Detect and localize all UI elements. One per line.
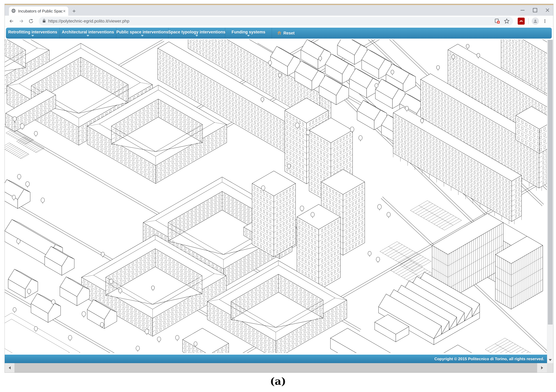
tab-title: Incubators of Public Spaces	[18, 9, 62, 14]
nav-architectural-interventions[interactable]: Architectural interventions	[60, 28, 116, 38]
city-viewer-canvas[interactable]	[5, 39, 548, 353]
new-tab-button[interactable]	[70, 7, 78, 15]
maximize-icon[interactable]	[532, 7, 538, 13]
scroll-down-icon[interactable]	[547, 357, 553, 363]
home-icon	[277, 31, 282, 36]
main-navbar: Retrofitting interventions Architectural…	[6, 28, 552, 38]
menu-dots-icon[interactable]	[541, 17, 549, 25]
address-bar[interactable]: https://polytechnic-egrid.polito.it/view…	[39, 17, 513, 25]
vertical-scrollbar-thumb[interactable]	[548, 40, 553, 324]
reload-icon[interactable]	[27, 17, 35, 25]
back-icon[interactable]	[8, 17, 16, 25]
content-blocked-icon[interactable]	[494, 18, 500, 24]
chevron-down-icon	[247, 35, 250, 37]
nav-retrofitting-interventions[interactable]: Retrofitting interventions	[6, 28, 60, 38]
nav-funding-systems[interactable]: Funding systems	[225, 28, 272, 38]
chevron-down-icon	[31, 35, 34, 37]
screenshot-page: Incubators of Public Spaces	[0, 0, 556, 392]
close-icon[interactable]	[544, 7, 550, 13]
copyright-text: Copyright © 2015 Politecnico di Torino, …	[434, 357, 548, 361]
scroll-left-icon[interactable]	[5, 363, 15, 373]
toolbar-separator	[528, 18, 529, 24]
url-text[interactable]: https://polytechnic-egrid.polito.it/view…	[48, 19, 491, 23]
adobe-acrobat-extension-icon[interactable]	[518, 18, 525, 25]
vertical-scrollbar[interactable]	[547, 39, 553, 363]
horizontal-scrollbar-track[interactable]	[15, 363, 537, 373]
figure-caption-row: (a)	[0, 375, 556, 387]
forward-icon[interactable]	[17, 17, 25, 25]
browser-toolbar: https://polytechnic-egrid.polito.it/view…	[5, 16, 553, 27]
chevron-down-icon	[195, 35, 198, 37]
window-controls	[519, 6, 550, 14]
nav-space-typology-interventions[interactable]: Space typology interventions	[169, 28, 225, 38]
scrollbar-corner	[547, 363, 553, 373]
bookmark-star-icon[interactable]	[504, 18, 510, 24]
profile-avatar-icon[interactable]	[532, 17, 539, 25]
globe-favicon	[11, 8, 16, 14]
browser-tab[interactable]: Incubators of Public Spaces	[9, 7, 68, 16]
tab-close-icon[interactable]	[62, 9, 66, 13]
browser-window: Incubators of Public Spaces	[5, 4, 553, 373]
window-top-edge	[5, 4, 553, 5]
lock-icon	[42, 19, 46, 24]
minimize-icon[interactable]	[519, 7, 525, 13]
scroll-right-icon[interactable]	[537, 363, 547, 373]
page-footer: Copyright © 2015 Politecnico di Torino, …	[5, 355, 548, 363]
tab-strip: Incubators of Public Spaces	[5, 5, 553, 16]
horizontal-scrollbar[interactable]	[5, 363, 553, 373]
chevron-down-icon	[86, 35, 89, 37]
figure-caption: (a)	[270, 375, 286, 387]
chevron-down-icon	[141, 35, 144, 37]
nav-public-space-interventions[interactable]: Public space interventions	[116, 28, 169, 38]
page-body: Retrofitting interventions Architectural…	[5, 27, 553, 363]
reset-button[interactable]: Reset	[272, 28, 300, 38]
